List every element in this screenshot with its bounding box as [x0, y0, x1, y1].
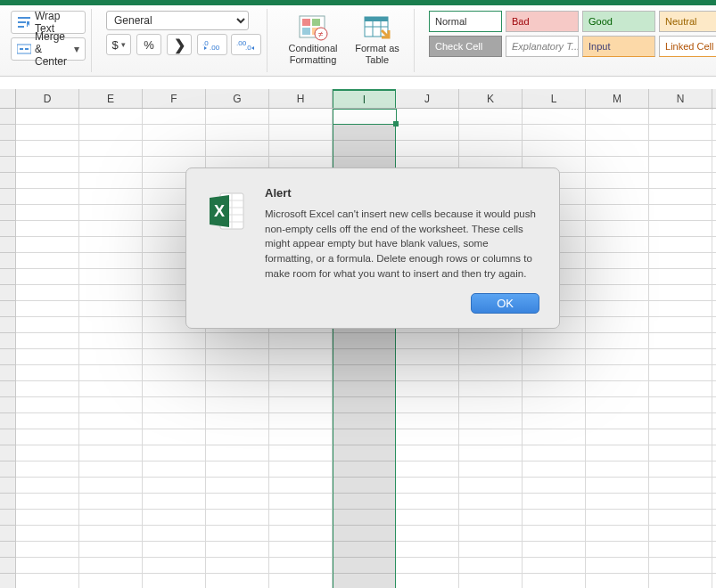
svg-text:≠: ≠: [318, 29, 324, 39]
svg-rect-3: [17, 45, 31, 53]
col-header[interactable]: H: [269, 89, 333, 108]
comma-icon: ❯: [174, 37, 185, 53]
style-neutral[interactable]: Neutral: [659, 11, 716, 32]
style-normal[interactable]: Normal: [429, 11, 502, 32]
wrap-text-icon: [17, 16, 31, 29]
col-header[interactable]: K: [459, 89, 523, 108]
svg-text:X: X: [214, 202, 225, 220]
styles-gallery: Normal Bad Good Neutral Check Cell Expla…: [429, 11, 716, 57]
svg-rect-5: [25, 48, 29, 50]
decrease-decimal-button[interactable]: .00.0: [231, 34, 261, 55]
dialog-title: Alert: [265, 186, 539, 200]
row-headers[interactable]: [0, 109, 16, 588]
percent-button[interactable]: %: [136, 34, 161, 55]
col-header[interactable]: N: [649, 89, 712, 108]
number-buttons-row: $▾ % ❯ .0.00 .00.0: [106, 34, 261, 55]
style-bad[interactable]: Bad: [506, 11, 579, 32]
merge-center-icon: [17, 43, 31, 55]
number-format-select[interactable]: General: [106, 11, 249, 30]
conditional-formatting-button[interactable]: ≠ Conditional Formatting: [282, 11, 344, 67]
fill-handle[interactable]: [393, 121, 399, 127]
svg-rect-2: [18, 26, 24, 28]
style-explanatory[interactable]: Explanatory T...: [506, 36, 579, 57]
merge-center-label: Merge & Center: [35, 30, 67, 68]
style-check-cell[interactable]: Check Cell: [429, 36, 502, 57]
merge-center-button[interactable]: Merge & Center ▾: [11, 37, 86, 61]
svg-rect-0: [18, 17, 30, 19]
chevron-down-icon: ▾: [121, 40, 126, 49]
column-headers: D E F G H I J K L M N: [0, 89, 716, 109]
format-as-table-button[interactable]: Format as Table: [346, 11, 408, 67]
svg-rect-1: [18, 21, 26, 23]
excel-app-icon: X: [206, 186, 249, 314]
alert-dialog: X Alert Microsoft Excel can't insert new…: [185, 167, 560, 329]
format-as-table-label: Format as Table: [349, 43, 406, 66]
increase-decimal-icon: .0.00: [202, 38, 222, 51]
style-linked-cell[interactable]: Linked Cell: [659, 36, 716, 57]
col-header[interactable]: E: [79, 89, 143, 108]
comma-button[interactable]: ❯: [167, 34, 192, 55]
svg-rect-11: [302, 19, 310, 26]
col-header[interactable]: J: [396, 89, 459, 108]
chevron-down-icon: ▾: [74, 43, 79, 55]
format-as-table-icon: [362, 14, 392, 41]
svg-rect-12: [312, 19, 320, 26]
style-good[interactable]: Good: [582, 11, 655, 32]
style-input[interactable]: Input: [582, 36, 655, 57]
col-header[interactable]: D: [16, 89, 79, 108]
number-group: General $▾ % ❯ .0.00 .00.0: [101, 9, 267, 72]
svg-rect-13: [302, 28, 310, 35]
cell-styles-group: Normal Bad Good Neutral Check Cell Expla…: [424, 9, 716, 72]
svg-rect-18: [365, 17, 388, 21]
select-all-corner[interactable]: [0, 89, 16, 108]
col-header[interactable]: F: [143, 89, 206, 108]
col-header[interactable]: M: [586, 89, 649, 108]
svg-text:.00: .00: [210, 44, 220, 51]
col-header[interactable]: L: [523, 89, 586, 108]
col-header-active[interactable]: I: [333, 89, 396, 108]
ribbon: Wrap Text Merge & Center ▾ General $▾ % …: [0, 5, 716, 77]
increase-decimal-button[interactable]: .0.00: [197, 34, 227, 55]
svg-text:.0: .0: [245, 44, 251, 51]
alignment-group: Wrap Text Merge & Center ▾: [5, 9, 92, 72]
svg-rect-4: [20, 48, 23, 50]
conditional-formatting-icon: ≠: [298, 14, 328, 41]
currency-button[interactable]: $▾: [106, 34, 131, 55]
svg-text:.0: .0: [202, 39, 209, 47]
col-header[interactable]: G: [206, 89, 269, 108]
ok-button[interactable]: OK: [471, 293, 539, 314]
decrease-decimal-icon: .00.0: [236, 38, 256, 51]
active-cell[interactable]: [333, 109, 397, 125]
conditional-formatting-label: Conditional Formatting: [284, 43, 342, 66]
dialog-body: Microsoft Excel can't insert new cells b…: [265, 207, 539, 281]
